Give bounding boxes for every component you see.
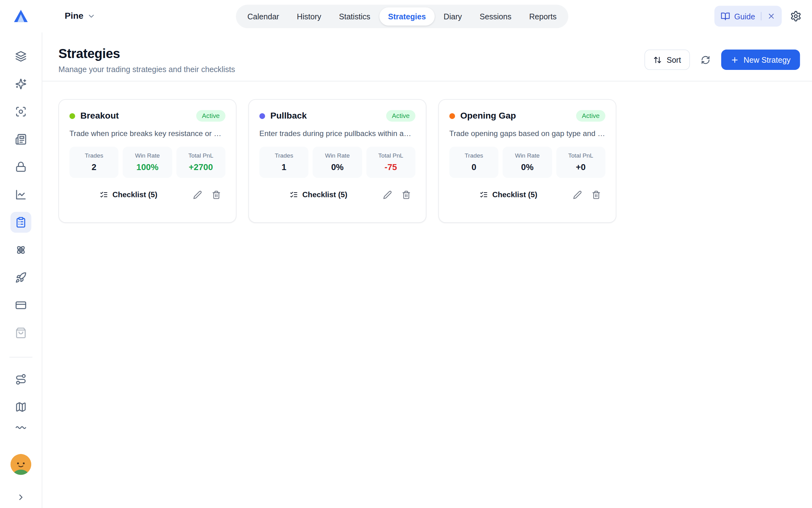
new-strategy-button[interactable]: New Strategy	[721, 50, 800, 70]
guide-banner: Guide	[714, 6, 782, 27]
checklist-button[interactable]: Checklist (5)	[450, 187, 568, 202]
status-badge: Active	[196, 110, 226, 122]
user-avatar[interactable]	[10, 454, 31, 475]
sidebar-item-map[interactable]	[10, 396, 31, 418]
stat-total-pnl: Total PnL +0	[556, 147, 605, 178]
edit-strategy-button[interactable]	[378, 186, 397, 203]
page-title-block: Strategies Manage your trading strategie…	[58, 46, 235, 74]
checklist-button[interactable]: Checklist (5)	[69, 187, 188, 202]
clipboard-list-icon	[15, 217, 27, 228]
nav-tab-reports[interactable]: Reports	[520, 7, 565, 26]
stat-trades: Trades 1	[259, 147, 309, 178]
nav-tab-statistics[interactable]: Statistics	[330, 7, 379, 26]
card-actions: Checklist (5)	[450, 186, 605, 203]
trash-icon	[591, 190, 600, 199]
arrow-up-down-icon	[653, 55, 662, 64]
list-checks-icon	[100, 190, 108, 199]
sidebar-item-ai[interactable]	[10, 240, 31, 261]
strategy-card-grid: Breakout Active Trade when price breaks …	[42, 81, 812, 223]
strategy-card-opening-gap: Opening Gap Active Trade opening gaps ba…	[438, 99, 616, 223]
workspace-name: Pine	[65, 11, 83, 21]
strategy-description: Trade opening gaps based on gap type and…	[450, 129, 605, 138]
sidebar-item-statistics[interactable]	[10, 184, 31, 205]
plus-icon	[731, 55, 739, 64]
stat-total-pnl: Total PnL +2700	[176, 147, 226, 178]
sidebar-item-rocket[interactable]	[10, 267, 31, 288]
main-content: Strategies Manage your trading strategie…	[42, 33, 812, 508]
app-logo[interactable]	[12, 7, 30, 25]
stat-win-rate: Win Rate 0%	[313, 147, 362, 178]
strategy-description: Enter trades during price pullbacks with…	[259, 129, 415, 138]
sparkles-icon	[15, 78, 27, 90]
logo-container	[0, 7, 42, 25]
sidebar-item-lock[interactable]	[10, 157, 31, 177]
card-actions: Checklist (5)	[69, 186, 225, 203]
pencil-icon	[573, 190, 582, 199]
sidebar-item-layers[interactable]	[10, 46, 31, 67]
stat-win-rate: Win Rate 100%	[123, 147, 172, 178]
new-strategy-label: New Strategy	[744, 55, 791, 64]
nav-tab-history[interactable]: History	[288, 7, 330, 26]
strategy-card-breakout: Breakout Active Trade when price breaks …	[58, 99, 236, 223]
stats-row: Trades 2 Win Rate 100% Total PnL +2700	[69, 147, 225, 178]
newspaper-icon	[15, 134, 27, 145]
rocket-icon	[15, 272, 27, 283]
card-actions: Checklist (5)	[259, 186, 415, 203]
edit-strategy-button[interactable]	[568, 186, 586, 203]
checklist-button[interactable]: Checklist (5)	[259, 187, 378, 202]
nav-tab-diary[interactable]: Diary	[435, 7, 471, 26]
sidebar-item-news[interactable]	[10, 129, 31, 150]
card-header: Pullback Active	[259, 110, 415, 122]
pencil-icon	[383, 190, 392, 199]
settings-button[interactable]	[790, 10, 802, 22]
wave-icon	[15, 424, 27, 436]
list-checks-icon	[290, 190, 298, 199]
sidebar-item-shop[interactable]	[10, 322, 31, 343]
sort-label: Sort	[667, 55, 681, 64]
delete-strategy-button[interactable]	[397, 186, 415, 203]
line-chart-icon	[15, 189, 27, 200]
workspace-switcher[interactable]: Pine	[65, 11, 95, 21]
nav-tab-calendar[interactable]: Calendar	[239, 7, 288, 26]
nav-tab-strategies[interactable]: Strategies	[379, 7, 435, 26]
sidebar-item-strategies[interactable]	[10, 212, 31, 233]
refresh-button[interactable]	[698, 52, 713, 68]
strategy-name: Pullback	[270, 111, 307, 121]
edit-strategy-button[interactable]	[188, 186, 207, 203]
sidebar-item-scan[interactable]	[10, 101, 31, 122]
trash-icon	[212, 190, 220, 199]
pencil-icon	[193, 190, 202, 199]
header-actions: Sort New Strategy	[645, 50, 800, 70]
strategy-color-dot	[259, 113, 265, 119]
trash-icon	[401, 190, 411, 199]
sidebar-item-sparkles[interactable]	[10, 74, 31, 94]
guide-label: Guide	[734, 12, 755, 20]
sidebar-item-billing[interactable]	[10, 295, 31, 316]
strategy-color-dot	[450, 113, 455, 119]
card-header: Breakout Active	[69, 110, 225, 122]
delete-strategy-button[interactable]	[587, 186, 605, 203]
stat-trades: Trades 2	[69, 147, 119, 178]
route-icon	[15, 374, 27, 385]
app-window: Pine Calendar History Statistics Strateg…	[0, 0, 812, 508]
main-nav: Calendar History Statistics Strategies D…	[236, 5, 568, 28]
sidebar-divider	[9, 357, 33, 357]
guide-button[interactable]: Guide	[721, 11, 755, 21]
refresh-icon	[701, 55, 710, 64]
topbar: Pine Calendar History Statistics Strateg…	[0, 0, 812, 33]
sort-button[interactable]: Sort	[645, 50, 690, 70]
nav-tab-sessions[interactable]: Sessions	[471, 7, 520, 26]
sidebar-item-route[interactable]	[10, 369, 31, 390]
sidebar-item-wave[interactable]	[10, 424, 31, 436]
stats-row: Trades 1 Win Rate 0% Total PnL -75	[259, 147, 415, 178]
strategy-card-pullback: Pullback Active Enter trades during pric…	[248, 99, 426, 223]
stat-total-pnl: Total PnL -75	[366, 147, 415, 178]
lock-icon	[15, 161, 27, 173]
avatar-image	[10, 454, 31, 475]
ai-icon	[15, 244, 27, 256]
list-checks-icon	[480, 190, 488, 199]
sidebar-collapse-button[interactable]	[16, 493, 26, 502]
guide-close-button[interactable]	[767, 12, 775, 20]
delete-strategy-button[interactable]	[207, 186, 225, 203]
map-icon	[15, 401, 27, 413]
